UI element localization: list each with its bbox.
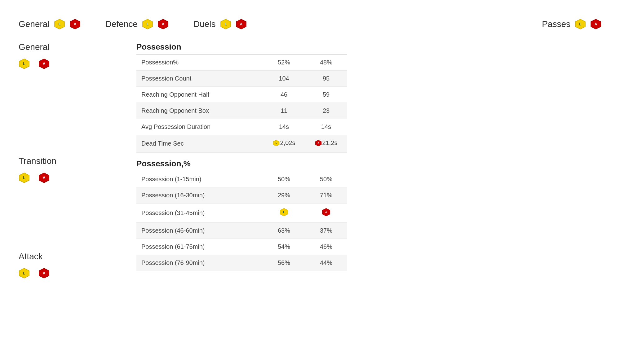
dead-time-leeds-badge: L <box>273 140 280 147</box>
row-val2: 71% <box>305 187 347 203</box>
row-val2: A 21,2s <box>305 135 347 153</box>
nav-general-label: General <box>19 19 50 29</box>
row-val2: 14s <box>305 119 347 135</box>
svg-text:L: L <box>224 22 227 26</box>
nav-defence-label: Defence <box>105 19 138 29</box>
nav-arsenal-badge: A <box>69 19 81 30</box>
nav-duels-leeds-badge: L <box>220 19 231 30</box>
nav-passes-leeds-badge: L <box>575 19 586 30</box>
table-row: Avg Possession Duration 14s 14s <box>136 119 347 135</box>
row-label: Possession (46-60min) <box>136 222 263 239</box>
svg-text:A: A <box>240 22 242 26</box>
row-val2: 23 <box>305 103 347 119</box>
row-label: Possession (1-15min) <box>136 171 263 187</box>
svg-text:A: A <box>162 22 165 26</box>
table-row: Possession (1-15min) 50% 50% <box>136 171 347 187</box>
sidebar-general: General L A <box>19 42 124 69</box>
possession-pct-title: Possession,% <box>136 159 347 171</box>
table-row: Reaching Opponent Half 46 59 <box>136 87 347 103</box>
svg-text:L: L <box>58 22 60 26</box>
row-val2: 59 <box>305 87 347 103</box>
left-sidebar: General L A Transition <box>19 42 124 297</box>
row-label: Possession (31-45min) <box>136 203 263 222</box>
sidebar-general-arsenal: A <box>38 58 50 69</box>
nav-duels[interactable]: Duels L A <box>193 19 247 30</box>
svg-text:A: A <box>325 211 327 214</box>
dead-time-leeds-cell: L 2,02s <box>273 139 295 147</box>
possession-section: Possession Possession% 52% 48% Possessio… <box>136 42 347 153</box>
row-val2-badge: A <box>305 203 347 222</box>
row-val1: 54% <box>263 239 305 255</box>
row-label: Dead Time Sec <box>136 135 263 153</box>
svg-text:L: L <box>146 22 148 26</box>
table-row: Possession (76-90min) 56% 44% <box>136 255 347 271</box>
svg-text:A: A <box>43 62 46 66</box>
sidebar-transition-badges: L A <box>19 172 124 183</box>
sidebar-attack-leeds: L <box>19 268 30 279</box>
dead-time-arsenal-cell: A 21,2s <box>315 139 338 147</box>
nav-sections: General L A Defence L A Duels <box>0 12 620 42</box>
row-label: Possession% <box>136 55 263 71</box>
table-row: Dead Time Sec L 2,02s <box>136 135 347 153</box>
table-row: Possession (31-45min) L <box>136 203 347 222</box>
sidebar-general-badges: L A <box>19 58 124 69</box>
row-label: Reaching Opponent Half <box>136 87 263 103</box>
sidebar-attack-arsenal: A <box>38 268 50 279</box>
stats-panel: Possession Possession% 52% 48% Possessio… <box>136 42 347 297</box>
nav-defence-leeds-badge: L <box>142 19 153 30</box>
row-val2: 48% <box>305 55 347 71</box>
row-label: Possession (16-30min) <box>136 187 263 203</box>
sidebar-spacer2 <box>19 202 124 252</box>
row-label: Possession (76-90min) <box>136 255 263 271</box>
row-val1-badge: L <box>263 203 305 222</box>
svg-text:L: L <box>23 271 25 275</box>
row-label: Reaching Opponent Box <box>136 103 263 119</box>
nav-passes[interactable]: Passes L A <box>542 19 601 30</box>
row-val1: L 2,02s <box>263 135 305 153</box>
table-row: Possession (61-75min) 54% 46% <box>136 239 347 255</box>
row-val1: 52% <box>263 55 305 71</box>
row-val1: 29% <box>263 187 305 203</box>
row-val1: 56% <box>263 255 305 271</box>
poss31-leeds-badge: L <box>280 208 288 217</box>
poss31-leeds-cell: L <box>280 208 288 217</box>
row-label: Avg Possession Duration <box>136 119 263 135</box>
nav-duels-label: Duels <box>193 19 216 29</box>
row-val1: 46 <box>263 87 305 103</box>
row-val2: 37% <box>305 222 347 239</box>
page-container: General L A Defence L A Duels <box>0 0 620 364</box>
possession-table: Possession% 52% 48% Possession Count 104… <box>136 55 347 153</box>
table-row: Possession% 52% 48% <box>136 55 347 71</box>
nav-leeds-badge: L <box>54 19 65 30</box>
svg-text:A: A <box>595 22 597 26</box>
sidebar-general-leeds: L <box>19 58 30 69</box>
table-row: Reaching Opponent Box 11 23 <box>136 103 347 119</box>
row-val2: 46% <box>305 239 347 255</box>
svg-text:L: L <box>275 142 277 144</box>
sidebar-spacer1 <box>19 88 124 156</box>
sidebar-transition-label: Transition <box>19 156 124 166</box>
nav-defence-arsenal-badge: A <box>157 19 169 30</box>
possession-pct-section: Possession,% Possession (1-15min) 50% 50… <box>136 159 347 271</box>
svg-text:A: A <box>43 176 46 180</box>
nav-defence[interactable]: Defence L A <box>105 19 169 30</box>
row-val1: 50% <box>263 171 305 187</box>
svg-text:A: A <box>73 22 76 26</box>
row-val1: 104 <box>263 71 305 87</box>
nav-passes-label: Passes <box>542 19 570 29</box>
row-val2: 44% <box>305 255 347 271</box>
dead-time-arsenal-badge: A <box>315 140 322 147</box>
row-val1: 14s <box>263 119 305 135</box>
main-content: General L A Transition <box>0 42 620 297</box>
row-val1: 11 <box>263 103 305 119</box>
svg-text:L: L <box>283 211 285 214</box>
row-val2: 50% <box>305 171 347 187</box>
svg-text:A: A <box>43 271 46 275</box>
poss31-arsenal-cell: A <box>322 208 330 217</box>
nav-general[interactable]: General L A <box>19 19 81 30</box>
possession-title: Possession <box>136 42 347 55</box>
nav-passes-arsenal-badge: A <box>590 19 601 30</box>
table-row: Possession (46-60min) 63% 37% <box>136 222 347 239</box>
svg-text:L: L <box>23 176 25 180</box>
row-label: Possession (61-75min) <box>136 239 263 255</box>
